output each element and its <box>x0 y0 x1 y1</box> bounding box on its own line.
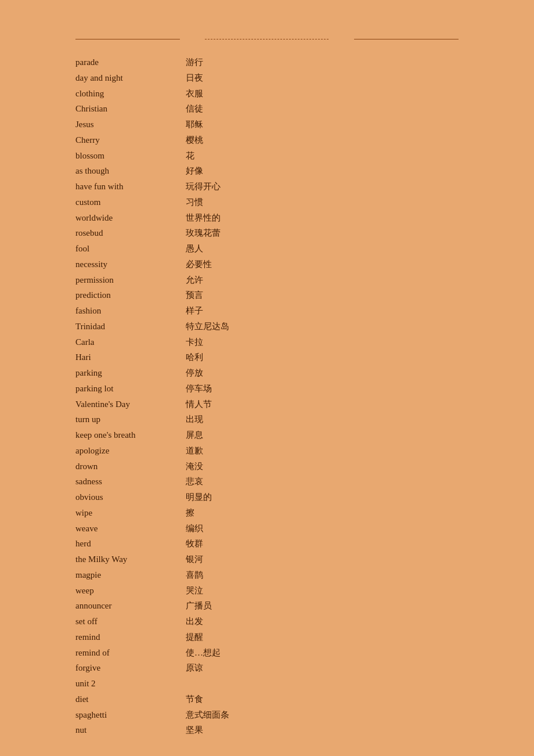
vocab-item: weave编织 <box>75 521 459 536</box>
english-word: sadness <box>75 474 180 489</box>
top-divider: ----------------------------------------… <box>0 35 534 44</box>
vocab-item: parking停放 <box>75 366 459 380</box>
chinese-meaning: 预言 <box>186 288 203 303</box>
vocab-item: set off出发 <box>75 614 459 629</box>
chinese-meaning: 擦 <box>186 506 194 520</box>
vocab-item: spaghetti意式细面条 <box>75 708 459 722</box>
chinese-meaning: 哭泣 <box>186 584 203 598</box>
english-word: unit 2 <box>75 676 180 691</box>
chinese-meaning: 樱桃 <box>186 133 203 147</box>
page-container: ----------------------------------------… <box>0 0 534 756</box>
vocab-item: have fun with玩得开心 <box>75 179 459 194</box>
vocab-item: worldwide世界性的 <box>75 211 459 225</box>
vocab-item: Valentine's Day情人节 <box>75 397 459 412</box>
chinese-meaning: 好像 <box>186 164 203 178</box>
chinese-meaning: 使…想起 <box>186 646 221 660</box>
chinese-meaning: 广播员 <box>186 599 212 613</box>
vocab-item: fashion样子 <box>75 304 459 318</box>
english-word: necessity <box>75 257 180 272</box>
chinese-meaning: 坚果 <box>186 723 203 737</box>
english-word: keep one's breath <box>75 428 180 442</box>
english-word: as though <box>75 164 180 178</box>
vocab-item: keep one's breath屏息 <box>75 428 459 442</box>
english-word: day and night <box>75 71 180 85</box>
english-word: set off <box>75 614 180 629</box>
chinese-meaning: 允许 <box>186 273 203 287</box>
vocab-item: necessity必要性 <box>75 257 459 272</box>
chinese-meaning: 提醒 <box>186 630 203 645</box>
english-word: custom <box>75 195 180 210</box>
vocab-item: forgive原谅 <box>75 661 459 675</box>
chinese-meaning: 喜鹊 <box>186 568 203 582</box>
chinese-meaning: 耶稣 <box>186 117 203 132</box>
chinese-meaning: 屏息 <box>186 428 203 442</box>
chinese-meaning: 停车场 <box>186 381 212 396</box>
chinese-meaning: 样子 <box>186 304 203 318</box>
vocab-item: obvious明显的 <box>75 490 459 505</box>
chinese-meaning: 必要性 <box>186 257 212 272</box>
english-word: have fun with <box>75 179 180 194</box>
chinese-meaning: 愚人 <box>186 242 203 256</box>
english-word: weep <box>75 584 180 598</box>
vocab-item: Cherry樱桃 <box>75 133 459 147</box>
vocab-item: day and night日夜 <box>75 71 459 85</box>
english-word: Christian <box>75 102 180 116</box>
english-word: diet <box>75 692 180 707</box>
chinese-meaning: 情人节 <box>186 397 212 412</box>
chinese-meaning: 淹没 <box>186 459 203 474</box>
english-word: rosebud <box>75 226 180 240</box>
vocab-item: blossom花 <box>75 149 459 163</box>
chinese-meaning: 世界性的 <box>186 211 221 225</box>
vocab-item: Jesus耶稣 <box>75 117 459 132</box>
english-word: announcer <box>75 599 180 613</box>
chinese-meaning: 游行 <box>186 55 203 70</box>
english-word: herd <box>75 537 180 551</box>
english-word: Carla <box>75 335 180 350</box>
vocab-item: permission允许 <box>75 273 459 287</box>
chinese-meaning: 节食 <box>186 692 203 707</box>
chinese-meaning: 特立尼达岛 <box>186 319 229 334</box>
english-word: fool <box>75 242 180 256</box>
vocab-item: nut坚果 <box>75 723 459 737</box>
chinese-meaning: 原谅 <box>186 661 203 675</box>
vocab-item: remind of使…想起 <box>75 646 459 660</box>
vocab-item: diet节食 <box>75 692 459 707</box>
chinese-meaning: 牧群 <box>186 537 203 551</box>
chinese-meaning: 信徒 <box>186 102 203 116</box>
vocab-item: rosebud玫瑰花蕾 <box>75 226 459 240</box>
vocab-item: weep哭泣 <box>75 584 459 598</box>
vocab-item: as though好像 <box>75 164 459 178</box>
english-word: remind of <box>75 646 180 660</box>
english-word: permission <box>75 273 180 287</box>
vocab-item: prediction预言 <box>75 288 459 303</box>
english-word: blossom <box>75 149 180 163</box>
english-word: forgive <box>75 661 180 675</box>
english-word: prediction <box>75 288 180 303</box>
english-word: weave <box>75 521 180 536</box>
chinese-meaning: 玩得开心 <box>186 179 221 194</box>
vocab-item: magpie喜鹊 <box>75 568 459 582</box>
english-word: parking lot <box>75 381 180 396</box>
chinese-meaning: 出发 <box>186 614 203 629</box>
vocab-item: the Milky Way银河 <box>75 552 459 567</box>
vocab-item: herd牧群 <box>75 537 459 551</box>
vocab-item: clothing衣服 <box>75 87 459 101</box>
vocab-item: parking lot停车场 <box>75 381 459 396</box>
chinese-meaning: 衣服 <box>186 87 203 101</box>
english-word: Jesus <box>75 117 180 132</box>
vocab-item: Christian信徒 <box>75 102 459 116</box>
chinese-meaning: 卡拉 <box>186 335 203 350</box>
chinese-meaning: 花 <box>186 149 194 163</box>
vocab-item: unit 2 <box>75 676 459 691</box>
chinese-meaning: 明显的 <box>186 490 212 505</box>
vocab-item: custom习惯 <box>75 195 459 210</box>
top-divider-dashes: ----------------------------------------… <box>180 35 354 44</box>
english-word: magpie <box>75 568 180 582</box>
english-word: Trinidad <box>75 319 180 334</box>
chinese-meaning: 出现 <box>186 412 203 427</box>
english-word: obvious <box>75 490 180 505</box>
english-word: remind <box>75 630 180 645</box>
chinese-meaning: 意式细面条 <box>186 708 229 722</box>
divider-line-left <box>75 39 180 39</box>
chinese-meaning: 习惯 <box>186 195 203 210</box>
